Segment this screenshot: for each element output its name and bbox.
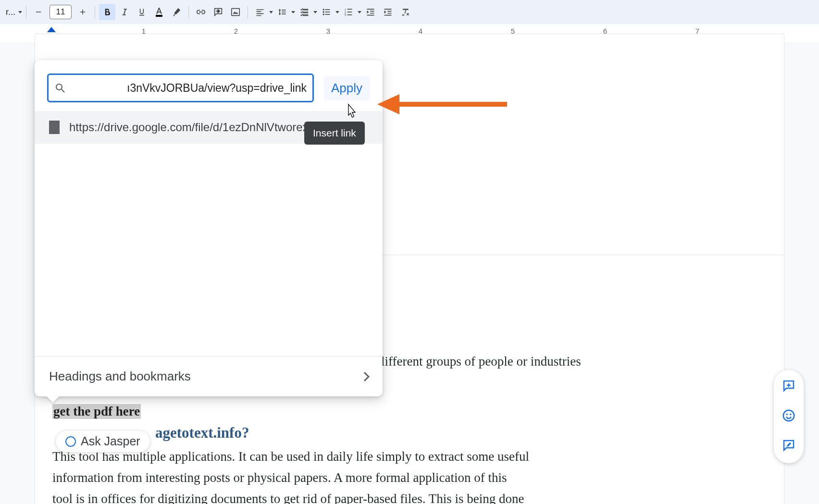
svg-text:3: 3 [345,13,346,16]
headings-bookmarks-label: Headings and bookmarks [49,369,191,384]
svg-point-21 [783,410,794,421]
text-color-button[interactable] [151,4,167,20]
first-line-indent-marker[interactable] [47,27,56,32]
svg-rect-16 [347,14,352,15]
ask-jasper-label: Ask Jasper [81,434,140,448]
svg-rect-4 [232,9,240,16]
insert-image-button[interactable] [227,4,244,20]
separator [95,6,95,18]
svg-rect-15 [347,12,352,12]
dialog-pointer [46,396,60,403]
paragraph-style-dropdown[interactable]: r... [4,7,22,17]
annotation-arrow-icon [377,92,507,116]
svg-rect-0 [36,12,41,12]
link-search-box[interactable] [47,74,314,102]
insert-link-dialog: Apply https://drive.google.com/file/d/1e… [35,60,383,396]
caret-down-icon [291,11,295,13]
suggestion-url: https://drive.google.com/file/d/1ezDnNlV… [69,121,330,134]
separator [26,6,26,18]
caret-down-icon [358,11,361,13]
font-size-input[interactable]: 11 [50,5,72,19]
headings-bookmarks-row[interactable]: Headings and bookmarks [35,356,383,396]
separator [248,6,248,18]
checklist-dropdown[interactable] [296,4,317,20]
chevron-right-icon [360,372,370,381]
paragraph-style-label: r... [4,7,17,17]
file-icon [49,121,60,134]
separator [188,6,189,18]
increase-indent-button[interactable] [380,4,396,20]
apply-button[interactable]: Apply [323,76,370,100]
clear-formatting-button[interactable] [397,4,413,20]
bulleted-list-dropdown[interactable] [318,4,339,20]
caret-down-icon [335,11,339,13]
svg-rect-3 [156,15,162,17]
svg-rect-14 [347,9,352,10]
insert-link-button[interactable] [193,4,209,20]
svg-point-22 [786,414,788,416]
svg-point-6 [323,11,324,12]
svg-rect-9 [325,12,330,12]
font-size-control: 11 [30,4,91,20]
underline-button[interactable] [134,4,150,20]
tooltip-text: Insert link [313,127,356,138]
decrease-indent-button[interactable] [362,4,379,20]
bold-button[interactable] [99,4,115,20]
caret-down-icon [313,11,317,13]
add-comment-button[interactable] [210,4,226,20]
svg-rect-8 [325,9,330,10]
paragraph-partial: lifferent groups of people or industries [381,351,581,372]
search-icon [54,82,66,94]
svg-rect-2 [82,10,83,15]
link-url-input[interactable] [71,82,307,95]
cursor-icon [345,103,359,120]
caret-down-icon [18,11,22,13]
svg-rect-10 [325,14,330,15]
svg-point-5 [323,9,324,10]
side-tools [774,370,804,463]
svg-point-23 [790,414,792,416]
toolbar: r... 11 [0,0,819,24]
numbered-list-dropdown[interactable]: 123 [340,4,361,20]
line-spacing-dropdown[interactable] [274,4,295,20]
suggest-edits-button[interactable] [782,438,796,455]
increase-font-button[interactable] [74,4,91,20]
svg-marker-20 [377,94,399,114]
highlight-color-button[interactable] [168,4,185,20]
jasper-icon [65,436,76,447]
svg-point-7 [323,13,324,15]
tooltip: Insert link [304,122,365,145]
ask-jasper-chip[interactable]: Ask Jasper [55,430,150,453]
decrease-font-button[interactable] [30,4,47,20]
italic-button[interactable] [116,4,133,20]
svg-point-17 [56,84,62,90]
paragraph-line: information from interesting posts or ph… [52,467,507,489]
heading-partial: agetotext.info? [155,424,249,442]
emoji-reaction-button[interactable] [782,408,796,425]
align-dropdown[interactable] [252,4,273,20]
paragraph-line: tool is in offices for digitizing docume… [52,489,524,504]
caret-down-icon [269,11,273,13]
add-comment-side-button[interactable] [782,379,796,395]
selected-text[interactable]: get the pdf here [52,404,141,419]
svg-line-18 [62,89,64,92]
